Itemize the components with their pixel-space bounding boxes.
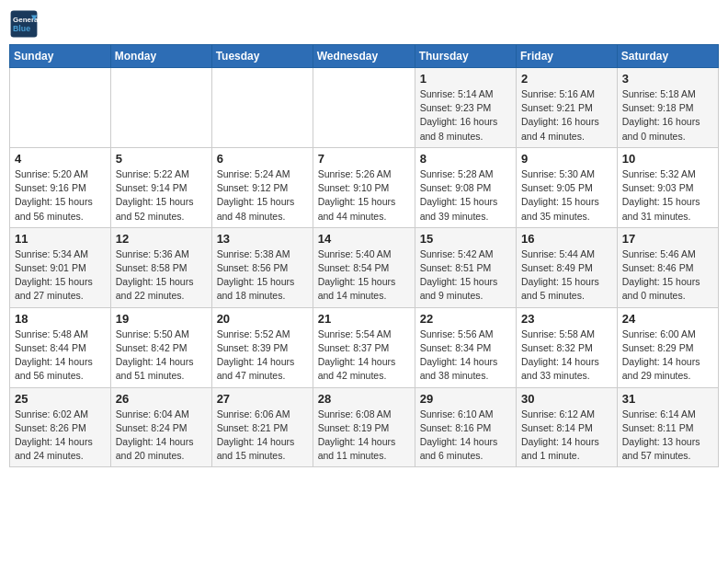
calendar-cell [10, 68, 111, 148]
calendar-cell [313, 68, 415, 148]
day-number: 6 [217, 152, 308, 166]
day-number: 22 [420, 312, 511, 326]
calendar-cell: 23Sunrise: 5:58 AM Sunset: 8:32 PM Dayli… [517, 307, 618, 387]
day-info: Sunrise: 5:50 AM Sunset: 8:42 PM Dayligh… [116, 327, 207, 384]
day-number: 11 [15, 232, 106, 246]
calendar-cell: 3Sunrise: 5:18 AM Sunset: 9:18 PM Daylig… [617, 68, 718, 148]
day-info: Sunrise: 5:36 AM Sunset: 8:58 PM Dayligh… [116, 247, 207, 304]
logo-icon: General Blue [9, 9, 39, 39]
day-number: 7 [318, 152, 410, 166]
logo: General Blue [9, 9, 42, 39]
day-info: Sunrise: 5:20 AM Sunset: 9:16 PM Dayligh… [15, 167, 106, 224]
day-number: 24 [622, 312, 713, 326]
day-number: 27 [217, 392, 308, 406]
page-header: General Blue [9, 9, 719, 39]
day-info: Sunrise: 5:44 AM Sunset: 8:49 PM Dayligh… [521, 247, 612, 304]
day-number: 28 [318, 392, 410, 406]
svg-text:Blue: Blue [13, 24, 30, 33]
day-number: 31 [622, 392, 713, 406]
calendar-day-header: Friday [517, 45, 618, 68]
calendar-cell: 10Sunrise: 5:32 AM Sunset: 9:03 PM Dayli… [617, 147, 718, 227]
day-info: Sunrise: 5:32 AM Sunset: 9:03 PM Dayligh… [622, 167, 713, 224]
calendar-cell: 17Sunrise: 5:46 AM Sunset: 8:46 PM Dayli… [617, 227, 718, 307]
calendar-cell: 21Sunrise: 5:54 AM Sunset: 8:37 PM Dayli… [313, 307, 415, 387]
calendar-cell: 5Sunrise: 5:22 AM Sunset: 9:14 PM Daylig… [110, 147, 211, 227]
calendar-week-row: 18Sunrise: 5:48 AM Sunset: 8:44 PM Dayli… [10, 307, 719, 387]
day-number: 4 [15, 152, 106, 166]
calendar-day-header: Tuesday [211, 45, 313, 68]
day-number: 3 [622, 72, 713, 86]
day-number: 17 [622, 232, 713, 246]
day-info: Sunrise: 5:54 AM Sunset: 8:37 PM Dayligh… [318, 327, 410, 384]
calendar-header-row: SundayMondayTuesdayWednesdayThursdayFrid… [10, 45, 719, 68]
day-info: Sunrise: 5:56 AM Sunset: 8:34 PM Dayligh… [420, 327, 511, 384]
day-info: Sunrise: 6:12 AM Sunset: 8:14 PM Dayligh… [521, 408, 612, 464]
calendar-week-row: 25Sunrise: 6:02 AM Sunset: 8:26 PM Dayli… [10, 387, 719, 467]
calendar-week-row: 4Sunrise: 5:20 AM Sunset: 9:16 PM Daylig… [10, 147, 719, 227]
calendar-week-row: 1Sunrise: 5:14 AM Sunset: 9:23 PM Daylig… [10, 68, 719, 148]
day-info: Sunrise: 5:52 AM Sunset: 8:39 PM Dayligh… [217, 327, 308, 384]
calendar-day-header: Saturday [617, 45, 718, 68]
day-info: Sunrise: 5:42 AM Sunset: 8:51 PM Dayligh… [420, 247, 511, 304]
calendar-cell: 28Sunrise: 6:08 AM Sunset: 8:19 PM Dayli… [313, 387, 415, 467]
day-info: Sunrise: 5:16 AM Sunset: 9:21 PM Dayligh… [521, 87, 612, 144]
day-info: Sunrise: 6:14 AM Sunset: 8:11 PM Dayligh… [622, 408, 713, 464]
day-number: 12 [116, 232, 207, 246]
day-number: 5 [116, 152, 207, 166]
day-number: 13 [217, 232, 308, 246]
day-info: Sunrise: 5:24 AM Sunset: 9:12 PM Dayligh… [217, 167, 308, 224]
day-number: 29 [420, 392, 511, 406]
calendar-cell: 2Sunrise: 5:16 AM Sunset: 9:21 PM Daylig… [517, 68, 618, 148]
calendar-cell: 1Sunrise: 5:14 AM Sunset: 9:23 PM Daylig… [415, 68, 516, 148]
day-number: 8 [420, 152, 511, 166]
calendar-cell: 8Sunrise: 5:28 AM Sunset: 9:08 PM Daylig… [415, 147, 516, 227]
day-number: 10 [622, 152, 713, 166]
calendar-cell: 26Sunrise: 6:04 AM Sunset: 8:24 PM Dayli… [110, 387, 211, 467]
calendar-day-header: Wednesday [313, 45, 415, 68]
calendar-cell: 20Sunrise: 5:52 AM Sunset: 8:39 PM Dayli… [211, 307, 313, 387]
day-number: 25 [15, 392, 106, 406]
calendar-cell: 6Sunrise: 5:24 AM Sunset: 9:12 PM Daylig… [211, 147, 313, 227]
calendar-day-header: Monday [110, 45, 211, 68]
calendar-cell: 27Sunrise: 6:06 AM Sunset: 8:21 PM Dayli… [211, 387, 313, 467]
day-info: Sunrise: 5:40 AM Sunset: 8:54 PM Dayligh… [318, 247, 410, 304]
day-info: Sunrise: 6:10 AM Sunset: 8:16 PM Dayligh… [420, 408, 511, 464]
day-number: 1 [420, 72, 511, 86]
calendar-cell: 14Sunrise: 5:40 AM Sunset: 8:54 PM Dayli… [313, 227, 415, 307]
calendar-cell: 13Sunrise: 5:38 AM Sunset: 8:56 PM Dayli… [211, 227, 313, 307]
calendar-cell: 16Sunrise: 5:44 AM Sunset: 8:49 PM Dayli… [517, 227, 618, 307]
calendar-cell: 24Sunrise: 6:00 AM Sunset: 8:29 PM Dayli… [617, 307, 718, 387]
day-info: Sunrise: 5:26 AM Sunset: 9:10 PM Dayligh… [318, 167, 410, 224]
day-number: 21 [318, 312, 410, 326]
calendar-cell: 12Sunrise: 5:36 AM Sunset: 8:58 PM Dayli… [110, 227, 211, 307]
day-info: Sunrise: 6:06 AM Sunset: 8:21 PM Dayligh… [217, 408, 308, 464]
calendar-cell: 19Sunrise: 5:50 AM Sunset: 8:42 PM Dayli… [110, 307, 211, 387]
calendar-cell: 25Sunrise: 6:02 AM Sunset: 8:26 PM Dayli… [10, 387, 111, 467]
day-info: Sunrise: 5:38 AM Sunset: 8:56 PM Dayligh… [217, 247, 308, 304]
day-info: Sunrise: 5:18 AM Sunset: 9:18 PM Dayligh… [622, 87, 713, 144]
day-number: 16 [521, 232, 612, 246]
calendar-cell [211, 68, 313, 148]
calendar-cell: 18Sunrise: 5:48 AM Sunset: 8:44 PM Dayli… [10, 307, 111, 387]
day-number: 15 [420, 232, 511, 246]
calendar-week-row: 11Sunrise: 5:34 AM Sunset: 9:01 PM Dayli… [10, 227, 719, 307]
calendar-table: SundayMondayTuesdayWednesdayThursdayFrid… [9, 44, 719, 467]
day-info: Sunrise: 5:48 AM Sunset: 8:44 PM Dayligh… [15, 327, 106, 384]
calendar-cell: 15Sunrise: 5:42 AM Sunset: 8:51 PM Dayli… [415, 227, 516, 307]
day-info: Sunrise: 5:46 AM Sunset: 8:46 PM Dayligh… [622, 247, 713, 304]
day-number: 19 [116, 312, 207, 326]
day-info: Sunrise: 6:04 AM Sunset: 8:24 PM Dayligh… [116, 408, 207, 464]
day-info: Sunrise: 5:22 AM Sunset: 9:14 PM Dayligh… [116, 167, 207, 224]
calendar-day-header: Thursday [415, 45, 516, 68]
calendar-cell [110, 68, 211, 148]
day-number: 30 [521, 392, 612, 406]
day-number: 14 [318, 232, 410, 246]
calendar-day-header: Sunday [10, 45, 111, 68]
day-info: Sunrise: 5:34 AM Sunset: 9:01 PM Dayligh… [15, 247, 106, 304]
calendar-cell: 11Sunrise: 5:34 AM Sunset: 9:01 PM Dayli… [10, 227, 111, 307]
day-number: 9 [521, 152, 612, 166]
day-number: 20 [217, 312, 308, 326]
calendar-cell: 22Sunrise: 5:56 AM Sunset: 8:34 PM Dayli… [415, 307, 516, 387]
day-info: Sunrise: 5:30 AM Sunset: 9:05 PM Dayligh… [521, 167, 612, 224]
day-info: Sunrise: 6:02 AM Sunset: 8:26 PM Dayligh… [15, 408, 106, 464]
